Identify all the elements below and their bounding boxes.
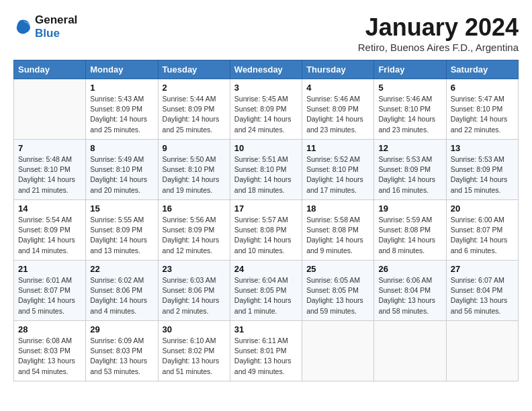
header-monday: Monday (86, 60, 158, 79)
day-number: 8 (90, 143, 153, 153)
day-info: Sunrise: 6:05 AM Sunset: 8:05 PM Dayligh… (306, 275, 369, 316)
day-number: 2 (163, 83, 226, 93)
calendar-cell: 30Sunrise: 6:10 AM Sunset: 8:02 PM Dayli… (158, 321, 230, 381)
calendar-cell: 4Sunrise: 5:46 AM Sunset: 8:09 PM Daylig… (302, 79, 374, 140)
calendar-cell: 18Sunrise: 5:58 AM Sunset: 8:08 PM Dayli… (302, 200, 374, 261)
calendar-cell: 19Sunrise: 5:59 AM Sunset: 8:08 PM Dayli… (374, 200, 446, 261)
calendar-cell: 2Sunrise: 5:44 AM Sunset: 8:09 PM Daylig… (158, 79, 230, 140)
day-info: Sunrise: 5:46 AM Sunset: 8:10 PM Dayligh… (378, 94, 441, 135)
calendar-cell: 25Sunrise: 6:05 AM Sunset: 8:05 PM Dayli… (302, 261, 374, 321)
calendar-cell: 31Sunrise: 6:11 AM Sunset: 8:01 PM Dayli… (230, 321, 302, 381)
day-info: Sunrise: 6:01 AM Sunset: 8:07 PM Dayligh… (18, 275, 81, 316)
day-number: 9 (163, 143, 226, 153)
day-info: Sunrise: 6:07 AM Sunset: 8:04 PM Dayligh… (451, 275, 514, 316)
day-number: 26 (378, 264, 441, 274)
calendar-cell: 3Sunrise: 5:45 AM Sunset: 8:09 PM Daylig… (230, 79, 302, 140)
day-number: 6 (451, 83, 514, 93)
day-info: Sunrise: 6:03 AM Sunset: 8:06 PM Dayligh… (163, 275, 226, 316)
calendar-week-3: 14Sunrise: 5:54 AM Sunset: 8:09 PM Dayli… (14, 200, 519, 261)
calendar-week-2: 7Sunrise: 5:48 AM Sunset: 8:10 PM Daylig… (14, 140, 519, 200)
calendar-week-4: 21Sunrise: 6:01 AM Sunset: 8:07 PM Dayli… (14, 261, 519, 321)
calendar-title-area: January 2024 Retiro, Buenos Aires F.D., … (358, 13, 519, 53)
header-thursday: Thursday (302, 60, 374, 79)
calendar-cell: 6Sunrise: 5:47 AM Sunset: 8:10 PM Daylig… (446, 79, 518, 140)
day-info: Sunrise: 5:46 AM Sunset: 8:09 PM Dayligh… (306, 94, 369, 135)
calendar-cell: 20Sunrise: 6:00 AM Sunset: 8:07 PM Dayli… (446, 200, 518, 261)
day-info: Sunrise: 6:04 AM Sunset: 8:05 PM Dayligh… (234, 275, 298, 316)
calendar-cell: 24Sunrise: 6:04 AM Sunset: 8:05 PM Dayli… (230, 261, 302, 321)
logo-icon (13, 17, 32, 36)
logo: General Blue (13, 13, 77, 40)
day-info: Sunrise: 5:52 AM Sunset: 8:10 PM Dayligh… (306, 154, 369, 195)
day-number: 7 (18, 143, 81, 153)
calendar-cell: 16Sunrise: 5:56 AM Sunset: 8:09 PM Dayli… (158, 200, 230, 261)
day-number: 13 (451, 143, 514, 153)
day-number: 11 (306, 143, 369, 153)
calendar-cell: 21Sunrise: 6:01 AM Sunset: 8:07 PM Dayli… (14, 261, 86, 321)
day-number: 21 (18, 264, 81, 274)
calendar-cell: 9Sunrise: 5:50 AM Sunset: 8:10 PM Daylig… (158, 140, 230, 200)
day-number: 31 (234, 324, 298, 334)
day-number: 4 (306, 83, 369, 93)
day-info: Sunrise: 5:55 AM Sunset: 8:09 PM Dayligh… (90, 215, 153, 256)
calendar-week-5: 28Sunrise: 6:08 AM Sunset: 8:03 PM Dayli… (14, 321, 519, 381)
day-info: Sunrise: 6:11 AM Sunset: 8:01 PM Dayligh… (234, 336, 298, 377)
calendar-cell: 28Sunrise: 6:08 AM Sunset: 8:03 PM Dayli… (14, 321, 86, 381)
day-info: Sunrise: 6:06 AM Sunset: 8:04 PM Dayligh… (378, 275, 441, 316)
day-number: 24 (234, 264, 298, 274)
calendar-subtitle: Retiro, Buenos Aires F.D., Argentina (358, 42, 519, 53)
calendar-cell: 23Sunrise: 6:03 AM Sunset: 8:06 PM Dayli… (158, 261, 230, 321)
day-info: Sunrise: 5:53 AM Sunset: 8:09 PM Dayligh… (451, 154, 514, 195)
day-info: Sunrise: 5:54 AM Sunset: 8:09 PM Dayligh… (18, 215, 81, 256)
calendar-cell: 26Sunrise: 6:06 AM Sunset: 8:04 PM Dayli… (374, 261, 446, 321)
day-number: 23 (163, 264, 226, 274)
day-number: 3 (234, 83, 298, 93)
day-info: Sunrise: 5:58 AM Sunset: 8:08 PM Dayligh… (306, 215, 369, 256)
calendar-cell: 17Sunrise: 5:57 AM Sunset: 8:08 PM Dayli… (230, 200, 302, 261)
calendar-cell (302, 321, 374, 381)
header-tuesday: Tuesday (158, 60, 230, 79)
day-number: 29 (90, 324, 153, 334)
calendar-header-row: SundayMondayTuesdayWednesdayThursdayFrid… (14, 60, 519, 79)
calendar-cell: 11Sunrise: 5:52 AM Sunset: 8:10 PM Dayli… (302, 140, 374, 200)
day-number: 10 (234, 143, 298, 153)
day-info: Sunrise: 5:57 AM Sunset: 8:08 PM Dayligh… (234, 215, 298, 256)
day-info: Sunrise: 5:56 AM Sunset: 8:09 PM Dayligh… (163, 215, 226, 256)
calendar-week-1: 1Sunrise: 5:43 AM Sunset: 8:09 PM Daylig… (14, 79, 519, 140)
day-number: 30 (163, 324, 226, 334)
day-info: Sunrise: 5:47 AM Sunset: 8:10 PM Dayligh… (451, 94, 514, 135)
day-number: 25 (306, 264, 369, 274)
day-info: Sunrise: 6:10 AM Sunset: 8:02 PM Dayligh… (163, 336, 226, 377)
day-number: 27 (451, 264, 514, 274)
day-info: Sunrise: 6:02 AM Sunset: 8:06 PM Dayligh… (90, 275, 153, 316)
calendar-cell: 29Sunrise: 6:09 AM Sunset: 8:03 PM Dayli… (86, 321, 158, 381)
day-info: Sunrise: 5:53 AM Sunset: 8:09 PM Dayligh… (378, 154, 441, 195)
header-sunday: Sunday (14, 60, 86, 79)
day-info: Sunrise: 5:44 AM Sunset: 8:09 PM Dayligh… (163, 94, 226, 135)
calendar-cell: 1Sunrise: 5:43 AM Sunset: 8:09 PM Daylig… (86, 79, 158, 140)
calendar-cell: 22Sunrise: 6:02 AM Sunset: 8:06 PM Dayli… (86, 261, 158, 321)
day-number: 18 (306, 203, 369, 214)
day-number: 20 (451, 203, 514, 214)
header-saturday: Saturday (446, 60, 518, 79)
calendar-cell (446, 321, 518, 381)
logo-text: General Blue (35, 13, 77, 40)
calendar-cell: 15Sunrise: 5:55 AM Sunset: 8:09 PM Dayli… (86, 200, 158, 261)
day-info: Sunrise: 5:50 AM Sunset: 8:10 PM Dayligh… (163, 154, 226, 195)
calendar-title: January 2024 (358, 13, 519, 42)
day-info: Sunrise: 6:00 AM Sunset: 8:07 PM Dayligh… (451, 215, 514, 256)
day-number: 5 (378, 83, 441, 93)
day-number: 22 (90, 264, 153, 274)
header-friday: Friday (374, 60, 446, 79)
calendar-cell: 7Sunrise: 5:48 AM Sunset: 8:10 PM Daylig… (14, 140, 86, 200)
day-number: 17 (234, 203, 298, 214)
calendar-cell: 5Sunrise: 5:46 AM Sunset: 8:10 PM Daylig… (374, 79, 446, 140)
day-number: 16 (163, 203, 226, 214)
day-info: Sunrise: 6:08 AM Sunset: 8:03 PM Dayligh… (18, 336, 81, 377)
day-number: 14 (18, 203, 81, 214)
page-header: General Blue January 2024 Retiro, Buenos… (13, 13, 519, 53)
calendar-cell: 27Sunrise: 6:07 AM Sunset: 8:04 PM Dayli… (446, 261, 518, 321)
day-number: 19 (378, 203, 441, 214)
header-wednesday: Wednesday (230, 60, 302, 79)
calendar-cell: 12Sunrise: 5:53 AM Sunset: 8:09 PM Dayli… (374, 140, 446, 200)
